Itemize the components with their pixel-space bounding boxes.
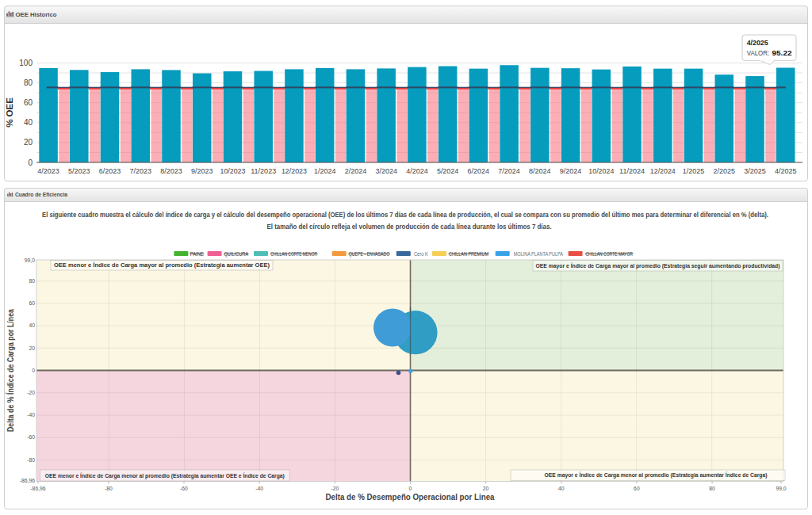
svg-text:% OEE: % OEE — [5, 97, 14, 128]
svg-text:-86,96: -86,96 — [20, 478, 35, 483]
svg-text:0: 0 — [28, 158, 33, 167]
svg-text:80: 80 — [709, 486, 715, 491]
svg-text:-60: -60 — [27, 434, 35, 440]
svg-text:-40: -40 — [255, 486, 263, 491]
svg-text:-20: -20 — [331, 486, 339, 491]
svg-text:-86,96: -86,96 — [30, 486, 45, 491]
svg-text:60: 60 — [29, 300, 35, 306]
svg-text:5/2024: 5/2024 — [437, 167, 459, 175]
svg-text:10/2024: 10/2024 — [588, 167, 614, 175]
svg-text:6/2023: 6/2023 — [99, 167, 121, 175]
svg-text:Delta de % Desempeño Operacion: Delta de % Desempeño Operacional por Lin… — [326, 492, 495, 502]
svg-text:4/2025: 4/2025 — [747, 39, 768, 47]
svg-text:Cero K: Cero K — [414, 251, 429, 257]
svg-text:7/2023: 7/2023 — [130, 167, 152, 175]
svg-text:0: 0 — [32, 368, 35, 373]
svg-text:80: 80 — [24, 78, 33, 87]
svg-text:OEE mayor e Índice de Carga me: OEE mayor e Índice de Carga menor al pro… — [545, 471, 768, 479]
svg-text:1/2025: 1/2025 — [683, 167, 705, 175]
svg-text:11/2024: 11/2024 — [619, 167, 645, 175]
svg-text:4/2023: 4/2023 — [37, 167, 59, 175]
svg-text:2/2024: 2/2024 — [345, 167, 367, 175]
svg-text:5/2023: 5/2023 — [68, 167, 90, 175]
svg-text:10/2023: 10/2023 — [220, 167, 245, 175]
svg-text:7/2024: 7/2024 — [498, 167, 520, 175]
svg-text:95.22: 95.22 — [772, 49, 792, 57]
svg-text:80: 80 — [29, 278, 35, 284]
svg-text:Delta de % Índice de Carga por: Delta de % Índice de Carga por Línea — [6, 309, 15, 432]
svg-text:OEE mayor e Índice de Carga ma: OEE mayor e Índice de Carga mayor al pro… — [536, 262, 780, 269]
svg-text:-60: -60 — [180, 486, 188, 491]
svg-text:99,0: 99,0 — [25, 258, 35, 263]
svg-text:11/2023: 11/2023 — [251, 167, 276, 175]
svg-text:El tamaño del círculo refleja: El tamaño del círculo refleja el volumen… — [267, 223, 552, 231]
svg-text:60: 60 — [634, 486, 640, 491]
svg-text:9/2023: 9/2023 — [191, 167, 213, 175]
svg-text:9/2024: 9/2024 — [560, 167, 582, 175]
svg-text:2/2025: 2/2025 — [714, 167, 736, 175]
svg-text:40: 40 — [558, 486, 565, 491]
svg-text:60: 60 — [24, 98, 33, 107]
svg-text:OEE menor e Índice de Carga me: OEE menor e Índice de Carga menor al pro… — [45, 472, 285, 479]
svg-text:8/2024: 8/2024 — [529, 167, 551, 175]
svg-text:El siguiente cuadro muestra el: El siguiente cuadro muestra el cálculo d… — [42, 211, 768, 219]
svg-text:VALOR:: VALOR: — [747, 49, 770, 57]
svg-text:1/2024: 1/2024 — [314, 167, 336, 175]
svg-text:-40: -40 — [27, 412, 35, 418]
svg-text:12/2023: 12/2023 — [282, 167, 307, 175]
svg-text:0: 0 — [409, 486, 412, 491]
svg-text:12/2024: 12/2024 — [650, 167, 676, 175]
svg-text:40: 40 — [24, 118, 33, 127]
svg-text:OEE menor e Índice de Carga ma: OEE menor e Índice de Carga mayor al pro… — [54, 261, 270, 269]
svg-text:100: 100 — [19, 59, 33, 67]
svg-text:4/2025: 4/2025 — [775, 167, 797, 175]
svg-text:20: 20 — [24, 138, 33, 147]
svg-text:40: 40 — [29, 322, 35, 328]
svg-text:-80: -80 — [105, 486, 113, 491]
svg-text:8/2023: 8/2023 — [160, 167, 182, 175]
svg-text:4/2024: 4/2024 — [406, 167, 428, 175]
svg-text:3/2025: 3/2025 — [744, 167, 766, 175]
svg-text:-20: -20 — [27, 390, 35, 395]
svg-text:OEE Historico: OEE Historico — [16, 11, 57, 18]
svg-text:6/2024: 6/2024 — [468, 167, 490, 175]
svg-text:-80: -80 — [27, 457, 35, 463]
svg-text:99,0: 99,0 — [776, 486, 786, 491]
svg-text:3/2024: 3/2024 — [375, 167, 397, 175]
svg-text:MOLINA PLANTA PULPA: MOLINA PLANTA PULPA — [514, 251, 564, 257]
svg-text:Cuadro de Eficiencia: Cuadro de Eficiencia — [15, 191, 68, 198]
svg-text:20: 20 — [483, 486, 489, 491]
svg-text:20: 20 — [29, 345, 35, 351]
